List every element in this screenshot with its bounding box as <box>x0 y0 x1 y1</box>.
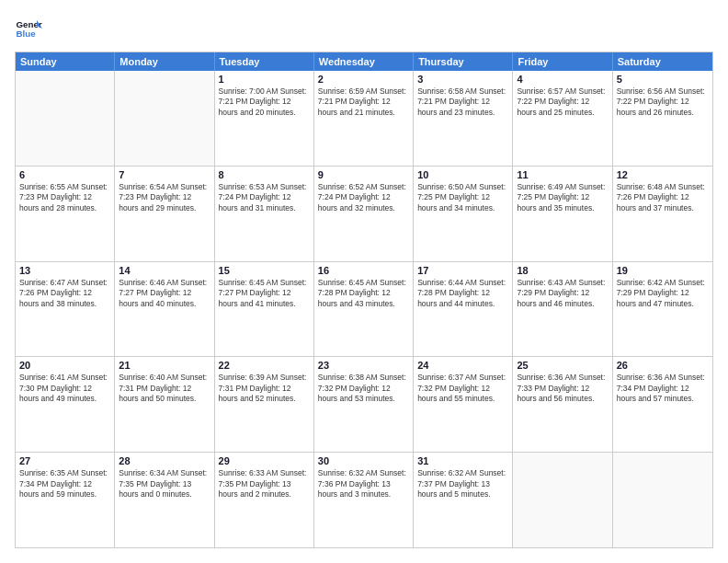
header-day-monday: Monday <box>115 52 214 71</box>
day-info: Sunrise: 6:40 AM Sunset: 7:31 PM Dayligh… <box>119 373 210 404</box>
day-info: Sunrise: 6:58 AM Sunset: 7:21 PM Dayligh… <box>417 86 508 118</box>
day-number: 29 <box>219 455 310 466</box>
header-day-saturday: Saturday <box>613 52 712 71</box>
calendar-cell: 9Sunrise: 6:52 AM Sunset: 7:24 PM Daylig… <box>314 167 414 261</box>
day-info: Sunrise: 6:50 AM Sunset: 7:25 PM Dayligh… <box>417 182 508 213</box>
day-info: Sunrise: 6:37 AM Sunset: 7:32 PM Dayligh… <box>417 373 508 404</box>
calendar-cell: 11Sunrise: 6:49 AM Sunset: 7:25 PM Dayli… <box>513 167 612 261</box>
calendar-cell: 13Sunrise: 6:47 AM Sunset: 7:26 PM Dayli… <box>16 262 115 357</box>
day-number: 24 <box>417 360 508 371</box>
day-info: Sunrise: 6:36 AM Sunset: 7:34 PM Dayligh… <box>617 373 709 404</box>
day-number: 11 <box>517 169 608 180</box>
day-info: Sunrise: 6:47 AM Sunset: 7:26 PM Dayligh… <box>19 278 110 309</box>
calendar-cell: 8Sunrise: 6:53 AM Sunset: 7:24 PM Daylig… <box>215 167 314 261</box>
calendar-cell: 20Sunrise: 6:41 AM Sunset: 7:30 PM Dayli… <box>16 357 115 452</box>
calendar-cell: 7Sunrise: 6:54 AM Sunset: 7:23 PM Daylig… <box>115 167 214 261</box>
calendar-week-2: 6Sunrise: 6:55 AM Sunset: 7:23 PM Daylig… <box>16 166 712 261</box>
day-info: Sunrise: 6:43 AM Sunset: 7:29 PM Dayligh… <box>517 278 608 309</box>
header-day-wednesday: Wednesday <box>314 52 414 71</box>
calendar-cell: 6Sunrise: 6:55 AM Sunset: 7:23 PM Daylig… <box>16 167 115 261</box>
day-number: 7 <box>119 169 210 180</box>
day-number: 8 <box>219 169 310 180</box>
day-number: 16 <box>318 265 409 276</box>
day-number: 30 <box>318 455 409 466</box>
day-info: Sunrise: 6:38 AM Sunset: 7:32 PM Dayligh… <box>318 373 409 404</box>
day-number: 12 <box>617 169 709 180</box>
calendar-cell: 2Sunrise: 6:59 AM Sunset: 7:21 PM Daylig… <box>314 71 414 166</box>
svg-text:Blue: Blue <box>17 29 37 39</box>
calendar-cell: 4Sunrise: 6:57 AM Sunset: 7:22 PM Daylig… <box>513 71 612 166</box>
day-info: Sunrise: 6:33 AM Sunset: 7:35 PM Dayligh… <box>219 468 310 500</box>
day-info: Sunrise: 6:35 AM Sunset: 7:34 PM Dayligh… <box>19 468 110 500</box>
header-day-friday: Friday <box>513 52 612 71</box>
calendar-cell: 18Sunrise: 6:43 AM Sunset: 7:29 PM Dayli… <box>513 262 612 357</box>
calendar-cell: 30Sunrise: 6:32 AM Sunset: 7:36 PM Dayli… <box>314 453 414 547</box>
day-number: 14 <box>119 265 210 276</box>
calendar-cell <box>513 453 612 547</box>
calendar-cell: 12Sunrise: 6:48 AM Sunset: 7:26 PM Dayli… <box>613 167 712 261</box>
day-info: Sunrise: 6:53 AM Sunset: 7:24 PM Dayligh… <box>219 182 310 213</box>
calendar-week-5: 27Sunrise: 6:35 AM Sunset: 7:34 PM Dayli… <box>16 452 712 547</box>
day-number: 13 <box>19 265 110 276</box>
calendar-cell: 22Sunrise: 6:39 AM Sunset: 7:31 PM Dayli… <box>215 357 314 452</box>
day-info: Sunrise: 6:32 AM Sunset: 7:36 PM Dayligh… <box>318 468 409 500</box>
calendar-cell: 15Sunrise: 6:45 AM Sunset: 7:27 PM Dayli… <box>215 262 314 357</box>
calendar-cell: 10Sunrise: 6:50 AM Sunset: 7:25 PM Dayli… <box>414 167 513 261</box>
day-info: Sunrise: 6:59 AM Sunset: 7:21 PM Dayligh… <box>318 86 409 118</box>
calendar-week-3: 13Sunrise: 6:47 AM Sunset: 7:26 PM Dayli… <box>16 261 712 357</box>
day-number: 21 <box>119 360 210 371</box>
calendar-body: 1Sunrise: 7:00 AM Sunset: 7:21 PM Daylig… <box>16 71 712 547</box>
calendar-week-1: 1Sunrise: 7:00 AM Sunset: 7:21 PM Daylig… <box>16 71 712 166</box>
day-number: 28 <box>119 455 210 466</box>
calendar-header: SundayMondayTuesdayWednesdayThursdayFrid… <box>16 52 712 71</box>
header-day-thursday: Thursday <box>414 52 513 71</box>
calendar-cell: 27Sunrise: 6:35 AM Sunset: 7:34 PM Dayli… <box>16 453 115 547</box>
calendar-cell <box>16 71 115 166</box>
day-number: 2 <box>318 74 409 85</box>
calendar-cell: 23Sunrise: 6:38 AM Sunset: 7:32 PM Dayli… <box>314 357 414 452</box>
day-info: Sunrise: 6:54 AM Sunset: 7:23 PM Dayligh… <box>119 182 210 213</box>
calendar-week-4: 20Sunrise: 6:41 AM Sunset: 7:30 PM Dayli… <box>16 356 712 452</box>
day-number: 26 <box>617 360 709 371</box>
day-number: 22 <box>219 360 310 371</box>
day-number: 17 <box>417 265 508 276</box>
day-info: Sunrise: 6:52 AM Sunset: 7:24 PM Dayligh… <box>318 182 409 213</box>
calendar-cell: 17Sunrise: 6:44 AM Sunset: 7:28 PM Dayli… <box>414 262 513 357</box>
calendar-cell: 31Sunrise: 6:32 AM Sunset: 7:37 PM Dayli… <box>414 453 513 547</box>
day-info: Sunrise: 6:42 AM Sunset: 7:29 PM Dayligh… <box>617 278 709 309</box>
calendar-cell <box>613 453 712 547</box>
header-day-tuesday: Tuesday <box>215 52 314 71</box>
day-info: Sunrise: 6:39 AM Sunset: 7:31 PM Dayligh… <box>219 373 310 404</box>
header-day-sunday: Sunday <box>16 52 115 71</box>
day-info: Sunrise: 6:36 AM Sunset: 7:33 PM Dayligh… <box>517 373 608 404</box>
calendar-cell: 26Sunrise: 6:36 AM Sunset: 7:34 PM Dayli… <box>613 357 712 452</box>
day-number: 10 <box>417 169 508 180</box>
logo-icon: General Blue <box>15 15 42 42</box>
day-info: Sunrise: 6:57 AM Sunset: 7:22 PM Dayligh… <box>517 86 608 118</box>
day-info: Sunrise: 6:45 AM Sunset: 7:27 PM Dayligh… <box>219 278 310 309</box>
calendar-cell: 3Sunrise: 6:58 AM Sunset: 7:21 PM Daylig… <box>414 71 513 166</box>
day-info: Sunrise: 6:55 AM Sunset: 7:23 PM Dayligh… <box>19 182 110 213</box>
day-info: Sunrise: 6:41 AM Sunset: 7:30 PM Dayligh… <box>19 373 110 404</box>
day-info: Sunrise: 6:48 AM Sunset: 7:26 PM Dayligh… <box>617 182 709 213</box>
calendar-cell: 1Sunrise: 7:00 AM Sunset: 7:21 PM Daylig… <box>215 71 314 166</box>
day-number: 23 <box>318 360 409 371</box>
calendar-cell: 5Sunrise: 6:56 AM Sunset: 7:22 PM Daylig… <box>613 71 712 166</box>
calendar: SundayMondayTuesdayWednesdayThursdayFrid… <box>15 52 713 548</box>
page: General Blue SundayMondayTuesdayWednesda… <box>0 0 728 563</box>
day-info: Sunrise: 6:46 AM Sunset: 7:27 PM Dayligh… <box>119 278 210 309</box>
day-number: 1 <box>219 74 310 85</box>
calendar-cell <box>115 71 214 166</box>
day-info: Sunrise: 6:49 AM Sunset: 7:25 PM Dayligh… <box>517 182 608 213</box>
day-info: Sunrise: 6:34 AM Sunset: 7:35 PM Dayligh… <box>119 468 210 500</box>
day-number: 5 <box>617 74 709 85</box>
calendar-cell: 14Sunrise: 6:46 AM Sunset: 7:27 PM Dayli… <box>115 262 214 357</box>
day-info: Sunrise: 6:32 AM Sunset: 7:37 PM Dayligh… <box>417 468 508 500</box>
day-number: 18 <box>517 265 608 276</box>
day-number: 3 <box>417 74 508 85</box>
day-info: Sunrise: 6:45 AM Sunset: 7:28 PM Dayligh… <box>318 278 409 309</box>
calendar-cell: 25Sunrise: 6:36 AM Sunset: 7:33 PM Dayli… <box>513 357 612 452</box>
calendar-cell: 19Sunrise: 6:42 AM Sunset: 7:29 PM Dayli… <box>613 262 712 357</box>
day-number: 9 <box>318 169 409 180</box>
day-number: 27 <box>19 455 110 466</box>
